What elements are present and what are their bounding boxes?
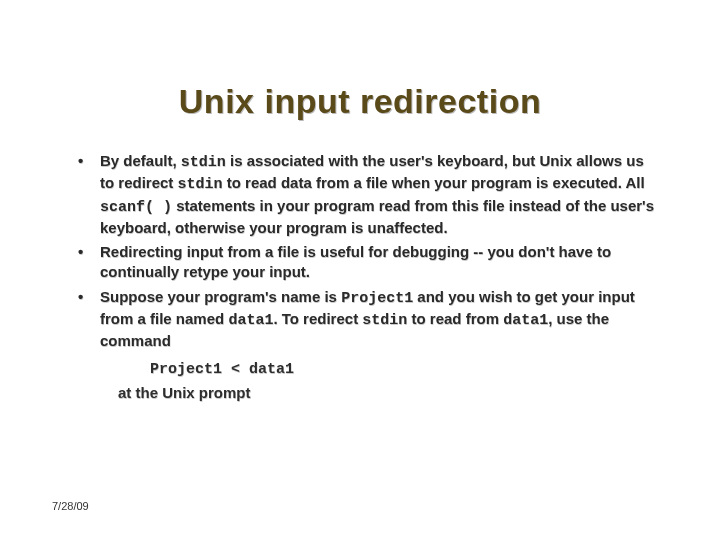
code-scanf: scanf( ) (100, 199, 172, 216)
text: . To redirect (273, 310, 362, 327)
bullet-list: By default, stdin is associated with the… (40, 151, 680, 351)
code-stdin: stdin (178, 176, 223, 193)
code-stdin: stdin (362, 312, 407, 329)
code-data1: data1 (503, 312, 548, 329)
bullet-item-2: Redirecting input from a file is useful … (78, 242, 660, 283)
slide-title: Unix input redirection (40, 0, 680, 151)
command-line: Project1 < data1 (150, 361, 680, 378)
bullet-item-3: Suppose your program's name is Project1 … (78, 287, 660, 352)
bullet-item-1: By default, stdin is associated with the… (78, 151, 660, 238)
code-stdin: stdin (181, 154, 226, 171)
text: to read from (407, 310, 503, 327)
text: statements in your program read from thi… (100, 197, 654, 236)
text: Suppose your program's name is (100, 288, 341, 305)
trailer-text: at the Unix prompt (118, 384, 680, 401)
text: By default, (100, 152, 181, 169)
code-data1: data1 (228, 312, 273, 329)
footer-date: 7/28/09 (52, 500, 89, 512)
slide: Unix input redirection By default, stdin… (0, 0, 720, 540)
code-project1: Project1 (341, 290, 413, 307)
text: to read data from a file when your progr… (223, 174, 645, 191)
